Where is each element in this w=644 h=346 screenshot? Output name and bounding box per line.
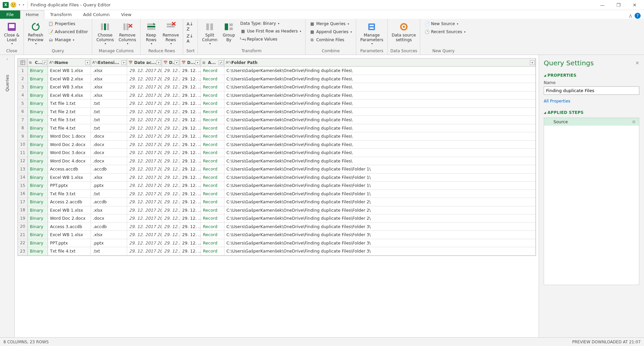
cell-name[interactable]: Excel WB 1.xlsx xyxy=(48,206,91,214)
cell-date-modified[interactable]: 29. 12.... xyxy=(162,239,180,247)
filter-icon[interactable]: ▾ xyxy=(85,60,90,65)
split-column-button[interactable]: Split Column▾ xyxy=(200,20,219,48)
cell-extension[interactable]: .txt xyxy=(91,124,127,132)
data-source-settings-button[interactable]: Data source settings xyxy=(390,20,418,48)
cell-folder-path[interactable]: C:\Users\GašperKamenšek\OneDrive\Finding… xyxy=(224,91,536,99)
cell-date-created[interactable]: 29. 12. ... xyxy=(180,75,201,83)
cell-extension[interactable]: .txt xyxy=(91,108,127,116)
cell-date-modified[interactable]: 29. 12.... xyxy=(162,99,180,108)
cell-attributes[interactable]: Record xyxy=(201,124,224,132)
cell-date-created[interactable]: 29. 12. ... xyxy=(180,91,201,99)
tab-add-column[interactable]: Add Column xyxy=(77,10,115,19)
cell-attributes[interactable]: Record xyxy=(201,174,224,182)
cell-content[interactable]: Binary xyxy=(28,116,48,124)
cell-date-modified[interactable]: 29. 12.... xyxy=(162,214,180,222)
filter-icon[interactable]: ▾ xyxy=(195,60,200,65)
cell-date-modified[interactable]: 29. 12.... xyxy=(162,75,180,83)
cell-folder-path[interactable]: C:\Users\GašperKamenšek\OneDrive\Finding… xyxy=(224,141,536,149)
cell-content[interactable]: Binary xyxy=(28,206,48,214)
properties-section-header[interactable]: PROPERTIES xyxy=(544,73,639,78)
table-row[interactable]: 11BinaryWord Doc 3.docx.docx29. 12. 2017… xyxy=(18,149,536,157)
cell-attributes[interactable]: Record xyxy=(201,149,224,157)
cell-folder-path[interactable]: C:\Users\GašperKamenšek\OneDrive\Finding… xyxy=(224,124,536,132)
cell-name[interactable]: Txt file 4.txt xyxy=(48,124,91,132)
cell-folder-path[interactable]: C:\Users\GašperKamenšek\OneDrive\Finding… xyxy=(224,75,536,83)
cell-folder-path[interactable]: C:\Users\GašperKamenšek\OneDrive\Finding… xyxy=(224,108,536,116)
cell-attributes[interactable]: Record xyxy=(201,75,224,83)
cell-name[interactable]: Word Doc 4.docx xyxy=(48,157,91,165)
cell-date-modified[interactable]: 29. 12.... xyxy=(162,124,180,132)
column-header-date-modified[interactable]: 📅D...▾ xyxy=(162,59,180,66)
cell-extension[interactable]: .txt xyxy=(91,190,127,198)
column-header-name[interactable]: AᵇcName▾ xyxy=(48,59,91,66)
cell-name[interactable]: Word Doc 2.docx xyxy=(48,141,91,149)
cell-date-modified[interactable]: 29. 12.... xyxy=(162,116,180,124)
cell-date-modified[interactable]: 29. 12.... xyxy=(162,67,180,75)
cell-extension[interactable]: .accdb xyxy=(91,223,127,231)
cell-date-created[interactable]: 29. 12. ... xyxy=(180,206,201,214)
tab-transform[interactable]: Transform xyxy=(44,10,77,19)
cell-content[interactable]: Binary xyxy=(28,214,48,222)
new-source-button[interactable]: 📄New Source▾ xyxy=(422,20,468,27)
cell-date-modified[interactable]: 29. 12.... xyxy=(162,190,180,198)
cell-content[interactable]: Binary xyxy=(28,141,48,149)
cell-date-accessed[interactable]: 29. 12. 2017 20... xyxy=(127,91,162,99)
cell-date-created[interactable]: 29. 12. ... xyxy=(180,190,201,198)
cell-attributes[interactable]: Record xyxy=(201,214,224,222)
cell-name[interactable]: Excel WB 3.xlsx xyxy=(48,83,91,91)
cell-folder-path[interactable]: C:\Users\GašperKamenšek\OneDrive\Finding… xyxy=(224,182,536,190)
cell-content[interactable]: Binary xyxy=(28,91,48,99)
cell-attributes[interactable]: Record xyxy=(201,141,224,149)
data-type-button[interactable]: Data Type: Binary▾ xyxy=(238,20,303,27)
cell-content[interactable]: Binary xyxy=(28,231,48,239)
cell-folder-path[interactable]: C:\Users\GašperKamenšek\OneDrive\Finding… xyxy=(224,174,536,182)
cell-attributes[interactable]: Record xyxy=(201,239,224,247)
refresh-preview-button[interactable]: Refresh Preview ▾ xyxy=(26,20,46,48)
cell-date-modified[interactable]: 29. 12.... xyxy=(162,165,180,173)
cell-attributes[interactable]: Record xyxy=(201,99,224,108)
cell-folder-path[interactable]: C:\Users\GašperKamenšek\OneDrive\Finding… xyxy=(224,247,536,255)
cell-content[interactable]: Binary xyxy=(28,182,48,190)
remove-rows-button[interactable]: Remove Rows▾ xyxy=(161,20,181,48)
cell-attributes[interactable]: Record xyxy=(201,91,224,99)
cell-date-modified[interactable]: 29. 12.... xyxy=(162,83,180,91)
cell-attributes[interactable]: Record xyxy=(201,165,224,173)
cell-folder-path[interactable]: C:\Users\GašperKamenšek\OneDrive\Finding… xyxy=(224,190,536,198)
cell-date-created[interactable]: 29. 12. ... xyxy=(180,124,201,132)
cell-date-created[interactable]: 29. 12. ... xyxy=(180,67,201,75)
expand-icon[interactable]: ⤢ xyxy=(219,60,223,65)
cell-content[interactable]: Binary xyxy=(28,83,48,91)
cell-name[interactable]: Excel WB 4.xlsx xyxy=(48,91,91,99)
table-row[interactable]: 21BinaryExcel WB 1.xlsx.xlsx29. 12. 2017… xyxy=(18,231,536,239)
table-row[interactable]: 10BinaryWord Doc 2.docx.docx29. 12. 2017… xyxy=(18,141,536,149)
applied-steps-section-header[interactable]: APPLIED STEPS xyxy=(544,110,639,115)
cell-extension[interactable]: .docx xyxy=(91,157,127,165)
cell-name[interactable]: Txt file 3.txt xyxy=(48,116,91,124)
cell-attributes[interactable]: Record xyxy=(201,198,224,206)
cell-date-accessed[interactable]: 29. 12. 2017 20... xyxy=(127,124,162,132)
cell-extension[interactable]: .accdb xyxy=(91,198,127,206)
cell-extension[interactable]: .docx xyxy=(91,141,127,149)
choose-columns-button[interactable]: Choose Columns▾ xyxy=(94,20,116,48)
table-row[interactable]: 20BinaryAccess 3.accdb.accdb29. 12. 2017… xyxy=(18,223,536,231)
cell-date-modified[interactable]: 29. 12.... xyxy=(162,157,180,165)
close-and-load-button[interactable]: Close & Load ▾ xyxy=(2,20,21,48)
cell-content[interactable]: Binary xyxy=(28,124,48,132)
cell-folder-path[interactable]: C:\Users\GašperKamenšek\OneDrive\Finding… xyxy=(224,132,536,140)
cell-attributes[interactable]: Record xyxy=(201,182,224,190)
sort-desc-button[interactable]: Z↓A xyxy=(186,33,193,44)
cell-date-created[interactable]: 29. 12. ... xyxy=(180,132,201,140)
cell-content[interactable]: Binary xyxy=(28,223,48,231)
cell-content[interactable]: Binary xyxy=(28,67,48,75)
cell-extension[interactable]: .xlsx xyxy=(91,67,127,75)
column-header-folder-path[interactable]: AᵇcFolder Path▾ xyxy=(224,59,536,66)
cell-date-accessed[interactable]: 29. 12. 2017 20... xyxy=(127,182,162,190)
cell-attributes[interactable]: Record xyxy=(201,206,224,214)
cell-content[interactable]: Binary xyxy=(28,190,48,198)
cell-name[interactable]: Access 3.accdb xyxy=(48,223,91,231)
applied-step-source[interactable]: Source⚙ xyxy=(544,118,639,126)
cell-name[interactable]: Access.accdb xyxy=(48,165,91,173)
cell-date-accessed[interactable]: 29. 12. 2017 20... xyxy=(127,174,162,182)
expand-sidebar-icon[interactable]: › xyxy=(6,57,8,61)
table-row[interactable]: 6BinaryTxt file 2.txt.txt29. 12. 2017 20… xyxy=(18,108,536,116)
